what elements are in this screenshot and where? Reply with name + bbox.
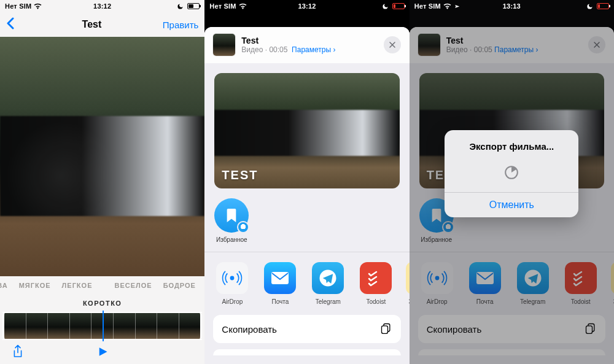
status-bar: Нет SIM 13:12 xyxy=(0,0,204,12)
apps-row[interactable]: AirDrop Почта Telegram xyxy=(204,252,409,315)
bottom-toolbar xyxy=(0,340,204,360)
carrier-label: Нет SIM xyxy=(5,2,31,10)
timeline[interactable] xyxy=(2,312,202,340)
todoist-icon xyxy=(360,262,392,294)
copy-action[interactable]: Скопировать xyxy=(213,315,400,343)
share-title: Test xyxy=(241,36,377,45)
app-label: AirDrop xyxy=(222,298,243,305)
airdrop-icon xyxy=(216,262,248,294)
play-button[interactable] xyxy=(95,344,111,360)
clock: 13:12 xyxy=(93,2,111,10)
svg-point-0 xyxy=(230,276,235,281)
action-label: Скопировать xyxy=(222,324,277,335)
cancel-button[interactable]: Отменить xyxy=(445,192,578,217)
app-telegram[interactable]: Telegram xyxy=(310,262,346,305)
carrier-label: Нет SIM xyxy=(209,2,236,10)
edit-button[interactable]: Править xyxy=(163,20,199,30)
favorite-contact[interactable]: Избранное xyxy=(214,198,249,243)
page-title: Test xyxy=(21,19,163,30)
filter-item[interactable]: БОДРОЕ xyxy=(163,282,196,289)
share-options-link[interactable]: Параметры › xyxy=(292,45,335,54)
favorites-row: Избранное xyxy=(204,188,409,247)
actions-list: Скопировать xyxy=(204,315,409,355)
app-label: Telegram xyxy=(316,298,341,305)
svg-rect-4 xyxy=(381,325,387,333)
clock: 13:12 xyxy=(298,2,316,10)
progress-icon xyxy=(445,157,578,192)
modal-title: Экспорт фильма... xyxy=(445,130,578,157)
share-subtitle: Видео · 00:05 Параметры › xyxy=(241,45,377,54)
app-todoist[interactable]: Todoist xyxy=(358,262,394,305)
playhead[interactable] xyxy=(103,311,104,341)
share-header: Test Видео · 00:05 Параметры › xyxy=(204,27,409,63)
nav-bar: Test Править xyxy=(0,12,204,37)
mail-icon xyxy=(264,262,296,294)
share-thumbnail xyxy=(213,34,235,56)
filter-item[interactable]: МЯГКОЕ xyxy=(19,282,51,289)
copy-icon xyxy=(380,322,392,336)
share-button[interactable] xyxy=(10,344,26,360)
filter-item[interactable]: ЛЕГКОЕ xyxy=(62,282,93,289)
wifi-icon xyxy=(34,3,42,9)
bookmark-icon xyxy=(214,198,249,233)
moon-icon xyxy=(382,3,389,10)
moon-icon xyxy=(177,3,184,10)
export-modal: Экспорт фильма... Отменить xyxy=(445,130,578,217)
next-row-peek xyxy=(213,349,400,355)
video-preview[interactable] xyxy=(0,37,204,276)
preview-caption: TEST xyxy=(222,168,258,182)
app-label: Todoist xyxy=(366,298,386,305)
app-airdrop[interactable]: AirDrop xyxy=(214,262,250,305)
app-mail[interactable]: Почта xyxy=(262,262,298,305)
preview-card: TEST xyxy=(214,73,399,188)
status-bar: Нет SIM 13:12 xyxy=(204,0,409,12)
wifi-icon xyxy=(239,3,247,9)
battery-icon xyxy=(392,3,405,9)
telegram-icon xyxy=(312,262,344,294)
close-button[interactable] xyxy=(384,36,401,53)
app-label: Почта xyxy=(271,298,289,305)
battery-icon xyxy=(187,3,200,9)
favorite-label: Избранное xyxy=(216,236,247,243)
filter-subtitle: КОРОТКО xyxy=(0,295,204,312)
filter-strip[interactable]: ТВА МЯГКОЕ ЛЕГКОЕ ВЕСЕЛОЕ БОДРОЕ Э xyxy=(0,276,204,295)
share-sheet: Test Видео · 00:05 Параметры › TEST xyxy=(204,27,409,364)
svg-rect-1 xyxy=(271,272,289,284)
filter-item[interactable]: ТВА xyxy=(0,282,8,289)
filter-item[interactable]: ВЕСЕЛОЕ xyxy=(114,282,152,289)
back-button[interactable] xyxy=(6,17,21,32)
